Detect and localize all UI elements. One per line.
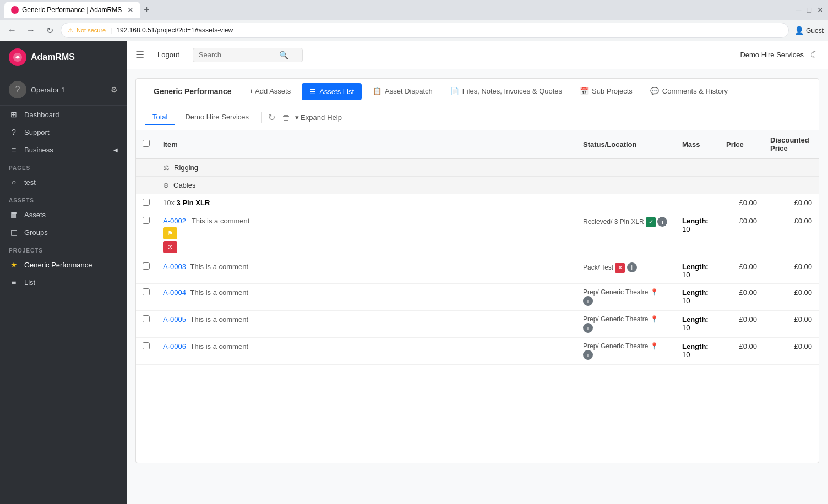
assets-section-label: ASSETS xyxy=(0,191,127,206)
projects-section-label: PROJECTS xyxy=(0,241,127,256)
group-row-rigging: ⚖ Rigging xyxy=(136,158,819,177)
price-cell: £0.00 xyxy=(720,311,764,338)
maximize-button[interactable]: □ xyxy=(807,6,811,14)
asset-link-a0006[interactable]: A-0006 xyxy=(163,342,186,350)
cables-label: Cables xyxy=(173,181,195,189)
sidebar-item-assets[interactable]: ▦ Assets xyxy=(0,206,127,223)
rigging-icon: ⚖ xyxy=(163,163,170,172)
logout-button[interactable]: Logout xyxy=(153,48,184,61)
navbar-right: Demo Hire Services ☾ xyxy=(740,49,819,61)
settings-icon[interactable]: ⚙ xyxy=(111,85,118,94)
th-discounted-price: Discounted Price xyxy=(764,130,819,158)
help-button[interactable]: Help xyxy=(327,113,342,122)
tab-assets-list[interactable]: ☰ Assets List xyxy=(302,83,362,100)
check-badge[interactable]: ✓ xyxy=(646,217,656,227)
row-check-cell xyxy=(136,284,156,311)
row-checkbox[interactable] xyxy=(143,315,150,322)
user-name: Operator 1 xyxy=(31,86,106,94)
sidebar-item-test[interactable]: ○ test xyxy=(0,173,127,191)
status-text: Pack/ Test ✕ i xyxy=(583,262,669,273)
row-check-cell xyxy=(136,194,156,212)
search-input[interactable] xyxy=(199,51,276,59)
row-checkbox[interactable] xyxy=(143,217,150,224)
info-badge[interactable]: i xyxy=(657,217,667,227)
tab-asset-dispatch[interactable]: 📋 Asset Dispatch xyxy=(364,79,442,104)
close-button[interactable]: ✕ xyxy=(817,6,824,14)
mass-cell: Length: 10 xyxy=(676,338,720,365)
browser-nav: ← → ↻ ⚠ Not secure | 192.168.0.51/projec… xyxy=(0,20,828,41)
minimize-button[interactable]: ─ xyxy=(796,6,802,14)
active-tab[interactable]: Generic Performance | AdamRMS ✕ xyxy=(4,2,140,18)
info-badge[interactable]: i xyxy=(583,323,593,333)
tab-comments-history[interactable]: 💬 Comments & History xyxy=(641,79,737,104)
status-cell: Pack/ Test ✕ i xyxy=(576,258,676,284)
forward-button[interactable]: → xyxy=(23,23,39,38)
search-box[interactable]: 🔍 xyxy=(193,48,303,62)
refresh-button[interactable]: ↻ xyxy=(42,23,57,38)
item-cell: A-0005 This is a comment xyxy=(156,311,576,338)
subtab-demo-hire[interactable]: Demo Hire Services xyxy=(177,109,257,125)
row-check-cell xyxy=(136,338,156,365)
length-label: Length: 10 xyxy=(682,315,709,332)
asset-link-a0003[interactable]: A-0003 xyxy=(163,262,186,271)
info-badge[interactable]: i xyxy=(583,296,593,306)
sidebar-item-dashboard[interactable]: ⊞ Dashboard xyxy=(0,106,127,123)
item-qty: 10x xyxy=(163,199,175,207)
sidebar-item-generic-performance[interactable]: ★ Generic Performance xyxy=(0,256,127,273)
sidebar-item-list[interactable]: ≡ List xyxy=(0,273,127,291)
info-badge[interactable]: i xyxy=(627,262,637,272)
price-cell: £0.00 xyxy=(720,212,764,258)
assets-icon: ▦ xyxy=(9,210,19,219)
tab-title: Generic Performance | AdamRMS xyxy=(22,6,122,14)
project-name-tab[interactable]: Generic Performance xyxy=(145,79,241,105)
new-tab-button[interactable]: + xyxy=(141,2,152,18)
tab-sub-projects[interactable]: 📅 Sub Projects xyxy=(571,79,641,104)
item-comment: This is a comment xyxy=(192,217,249,225)
logo-text: AdamRMS xyxy=(31,52,75,62)
row-checkbox[interactable] xyxy=(143,199,150,206)
x-badge[interactable]: ✕ xyxy=(615,263,625,273)
cables-label-cell: ⊕ Cables xyxy=(156,177,819,194)
table-row: A-0006 This is a comment Prep/ Generic T… xyxy=(136,338,819,365)
price-cell: £0.00 xyxy=(720,338,764,365)
back-button[interactable]: ← xyxy=(4,23,20,38)
status-cell xyxy=(576,194,676,212)
discounted-cell: £0.00 xyxy=(764,338,819,365)
select-all-checkbox[interactable] xyxy=(143,140,150,147)
delete-button[interactable]: 🗑 xyxy=(280,112,293,124)
menu-icon[interactable]: ☰ xyxy=(135,49,144,61)
project-tabs: Generic Performance + Add Assets ☰ Asset… xyxy=(136,79,819,105)
address-bar[interactable]: ⚠ Not secure | 192.168.0.51/project/?id=… xyxy=(61,23,789,38)
expand-button[interactable]: ▾ Expand xyxy=(295,113,325,122)
dashboard-icon: ⊞ xyxy=(9,110,19,119)
row-checkbox[interactable] xyxy=(143,288,150,295)
sidebar: AdamRMS ? Operator 1 ⚙ ⊞ Dashboard ? Sup… xyxy=(0,41,127,504)
item-cell: A-0004 This is a comment xyxy=(156,284,576,311)
subtab-total[interactable]: Total xyxy=(145,109,175,125)
sidebar-item-support[interactable]: ? Support xyxy=(0,123,127,141)
tab-close-button[interactable]: ✕ xyxy=(127,6,134,14)
refresh-button[interactable]: ↻ xyxy=(266,111,277,124)
info-badge[interactable]: i xyxy=(583,350,593,360)
profile-button[interactable]: 👤 Guest xyxy=(794,26,824,35)
table-header: Item Status/Location Mass Price Discount… xyxy=(136,130,819,158)
th-mass: Mass xyxy=(676,130,720,158)
price-cell: £0.00 xyxy=(720,194,764,212)
asset-link-a0005[interactable]: A-0005 xyxy=(163,315,186,324)
tab-files-notes[interactable]: 📄 Files, Notes, Invoices & Quotes xyxy=(442,79,571,104)
address-divider: | xyxy=(110,26,112,34)
tab-add-assets[interactable]: + Add Assets xyxy=(241,79,300,104)
status-text: Prep/ Generic Theatre 📍 i xyxy=(583,315,669,333)
asset-link-a0002[interactable]: A-0002 xyxy=(163,217,186,225)
content-area: Generic Performance + Add Assets ☰ Asset… xyxy=(127,69,828,504)
sidebar-item-groups[interactable]: ◫ Groups xyxy=(0,223,127,241)
sidebar-item-business[interactable]: ≡ Business ◀ xyxy=(0,141,127,158)
pages-section-label: PAGES xyxy=(0,158,127,173)
discounted-cell: £0.00 xyxy=(764,284,819,311)
asset-link-a0004[interactable]: A-0004 xyxy=(163,288,186,297)
dark-mode-toggle[interactable]: ☾ xyxy=(810,49,819,61)
discounted-cell: £0.00 xyxy=(764,194,819,212)
main-content: ☰ Logout 🔍 Demo Hire Services ☾ Generic … xyxy=(127,41,828,504)
row-checkbox[interactable] xyxy=(143,342,150,349)
row-checkbox[interactable] xyxy=(143,262,150,270)
